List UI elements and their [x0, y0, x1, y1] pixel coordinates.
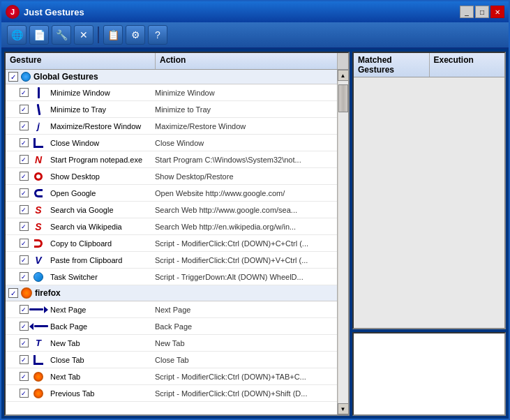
table-row[interactable]: ✓ S Search via Google Search Web http://…	[6, 202, 337, 218]
gesture-name: Previous Tab	[47, 388, 152, 399]
action-text: Start Program C:\Windows\System32\not...	[152, 154, 337, 165]
row-check[interactable]: ✓	[18, 105, 29, 114]
row-check[interactable]: ✓	[18, 239, 29, 248]
table-row[interactable]: ✓ j Maximize/Restore Window Maximize/Res…	[6, 118, 337, 135]
table-body: ✓ Global Gestures ✓ Minimize Window Mini…	[6, 70, 337, 414]
checkbox[interactable]: ✓	[20, 255, 29, 264]
action-text: Back Page	[152, 321, 337, 332]
gesture-name: Search via Google	[47, 204, 152, 216]
checkbox[interactable]: ✓	[20, 389, 29, 398]
action-text: Close Window	[152, 137, 337, 149]
table-row[interactable]: ✓ Task Switcher Script - TriggerDown:Alt…	[6, 269, 337, 285]
row-check[interactable]: ✓	[18, 222, 29, 231]
firefox-icon	[21, 287, 32, 299]
scroll-down-button[interactable]: ▼	[338, 403, 349, 414]
row-check[interactable]: ✓	[18, 322, 29, 331]
table-row[interactable]: ✓ Minimize Window Minimize Window	[6, 84, 337, 101]
checkbox[interactable]: ✓	[20, 188, 29, 197]
gesture-name: Search via Wikipedia	[47, 221, 152, 232]
checkbox[interactable]: ✓	[20, 372, 29, 381]
row-check[interactable]: ✓	[18, 255, 29, 264]
table-row[interactable]: ✓ Next Tab Script - ModifierClick:Ctrl (…	[6, 368, 337, 385]
checkbox[interactable]: ✓	[20, 155, 29, 164]
action-text: Script - ModifierClick:Ctrl (DOWN)+Shift…	[152, 388, 337, 399]
action-text: Script - ModifierClick:Ctrl (DOWN)+V+Ctr…	[152, 255, 337, 266]
row-check[interactable]: ✓	[18, 188, 29, 197]
checkbox[interactable]: ✓	[20, 105, 29, 114]
row-check[interactable]: ✓	[18, 155, 29, 164]
gesture-symbol-search-google: S	[29, 204, 47, 216]
table-row[interactable]: ✓ Minimize to Tray Minimize to Tray	[6, 101, 337, 118]
checkbox[interactable]: ✓	[20, 138, 29, 147]
gesture-symbol-maximize: j	[29, 121, 47, 131]
scroll-thumb[interactable]	[338, 84, 348, 112]
scroll-up-button[interactable]: ▲	[338, 70, 349, 81]
table-row[interactable]: ✓ N Start Program notepad.exe Start Prog…	[6, 151, 337, 168]
table-row[interactable]: ✓ Open Google Open Website http://www.go…	[6, 185, 337, 202]
row-check[interactable]: ✓	[18, 172, 29, 181]
gesture-name: Show Desktop	[47, 171, 152, 182]
gesture-name: Paste from Clipboard	[47, 255, 152, 266]
gesture-name: Next Page	[47, 304, 152, 315]
row-check[interactable]: ✓	[18, 355, 29, 364]
col-execution-header: Execution	[430, 53, 505, 77]
toolbar-new-button[interactable]: 🌐	[7, 25, 27, 45]
checkbox[interactable]: ✓	[20, 305, 29, 314]
row-check[interactable]: ✓	[18, 372, 29, 381]
checkbox[interactable]: ✓	[20, 355, 29, 364]
row-check[interactable]: ✓	[18, 88, 29, 97]
table-row[interactable]: ✓ Copy to Clipboard Script - ModifierCli…	[6, 235, 337, 252]
gesture-symbol-notepad: N	[29, 154, 47, 165]
table-row[interactable]: ✓ Next Page Next Page	[6, 301, 337, 318]
row-check[interactable]: ✓	[18, 205, 29, 214]
row-check[interactable]: ✓	[18, 338, 29, 347]
row-check[interactable]: ✓	[18, 138, 29, 147]
checkbox[interactable]: ✓	[20, 121, 29, 130]
toolbar-clipboard-button[interactable]: 📋	[103, 25, 123, 45]
action-text: Minimize Window	[152, 87, 337, 98]
group-header-firefox[interactable]: ✓ firefox	[6, 285, 337, 301]
gesture-name: New Tab	[47, 338, 152, 349]
minimize-window-button[interactable]: _	[460, 6, 474, 18]
toolbar-settings-button[interactable]: 🔧	[52, 25, 71, 45]
group-checkbox-global[interactable]: ✓	[8, 72, 18, 82]
table-row[interactable]: ✓ T New Tab New Tab	[6, 335, 337, 352]
checkbox[interactable]: ✓	[20, 205, 29, 214]
checkbox[interactable]: ✓	[20, 322, 29, 331]
table-row[interactable]: ✓ S Search via Wikipedia Search Web http…	[6, 218, 337, 235]
row-check[interactable]: ✓	[18, 121, 29, 130]
table-row[interactable]: ✓ Close Window Close Window	[6, 135, 337, 151]
checkbox[interactable]: ✓	[20, 88, 29, 97]
table-row[interactable]: ✓ Back Page Back Page	[6, 318, 337, 335]
toolbar-gear-button[interactable]: ⚙	[126, 25, 145, 45]
table-row[interactable]: ✓ Previous Tab Script - ModifierClick:Ct…	[6, 385, 337, 402]
group-checkbox-firefox[interactable]: ✓	[8, 288, 18, 298]
gesture-symbol-close-tab	[29, 355, 47, 365]
toolbar-open-button[interactable]: 📄	[29, 25, 49, 45]
row-check[interactable]: ✓	[18, 389, 29, 398]
table-row[interactable]: ✓ Close Tab Close Tab	[6, 352, 337, 368]
gesture-symbol-search-wikipedia: S	[29, 221, 47, 232]
checkbox[interactable]: ✓	[20, 172, 29, 181]
toolbar-help-button[interactable]: ?	[148, 25, 167, 45]
checkbox[interactable]: ✓	[20, 239, 29, 248]
row-check[interactable]: ✓	[18, 305, 29, 314]
gesture-name: Next Tab	[47, 371, 152, 382]
checkbox[interactable]: ✓	[20, 338, 29, 347]
checkbox[interactable]: ✓	[20, 222, 29, 231]
right-panel: Matched Gestures Execution	[352, 52, 506, 416]
matched-gestures-panel: Matched Gestures Execution	[352, 52, 506, 329]
gesture-name: Open Google	[47, 188, 152, 199]
gesture-preview-panel	[352, 332, 506, 416]
group-header-global[interactable]: ✓ Global Gestures	[6, 70, 337, 84]
scrollbar[interactable]: ▲ ▼	[337, 70, 348, 414]
close-window-button[interactable]: ✕	[490, 6, 504, 18]
maximize-window-button[interactable]: □	[475, 6, 489, 18]
gesture-symbol-paste: V	[29, 255, 47, 266]
table-row[interactable]: ✓ Show Desktop Show Desktop/Restore	[6, 168, 337, 185]
toolbar-delete-button[interactable]: ✕	[74, 25, 93, 45]
table-row[interactable]: ✓ V Paste from Clipboard Script - Modifi…	[6, 252, 337, 269]
checkbox[interactable]: ✓	[20, 272, 29, 281]
action-text: New Tab	[152, 338, 337, 349]
row-check[interactable]: ✓	[18, 272, 29, 281]
